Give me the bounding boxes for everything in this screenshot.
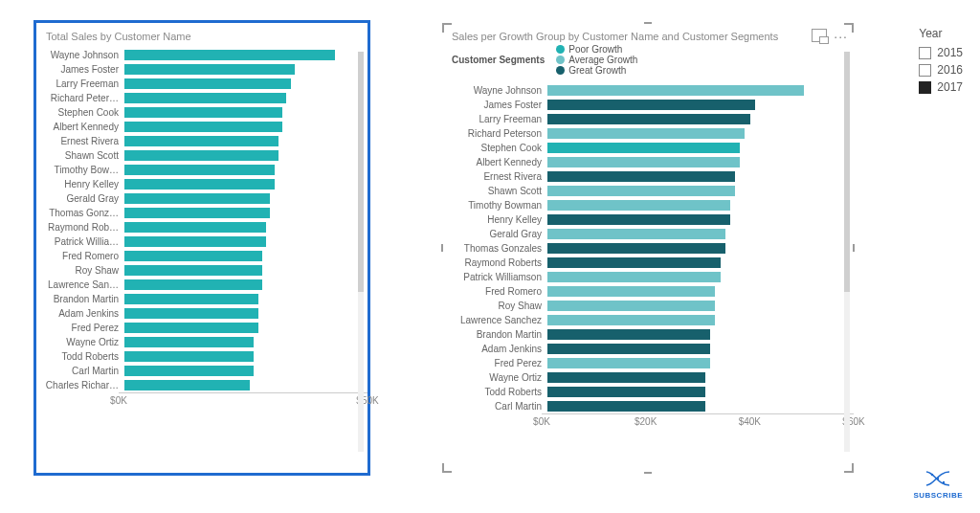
legend-label: Average Growth — [568, 55, 637, 65]
bar-row[interactable]: Thomas Gonzales — [442, 241, 854, 256]
bar-label: Timothy Bowman — [442, 200, 547, 211]
bar-label: Shawn Scott — [36, 150, 124, 161]
legend-item[interactable]: Average Growth — [556, 55, 637, 65]
legend-swatch — [556, 45, 565, 54]
chart-title: Total Sales by Customer Name — [36, 23, 368, 44]
bar-row[interactable]: Fred Romero — [442, 284, 854, 299]
bar-label: Stephen Cook — [36, 107, 124, 118]
bar-row[interactable]: Carl Martin — [36, 364, 368, 378]
bar-label: Fred Perez — [36, 323, 124, 333]
bar-row[interactable]: Fred Perez — [442, 356, 854, 370]
bar-label: Brandon Martin — [36, 294, 124, 304]
bar-row[interactable]: Brandon Martin — [442, 327, 854, 342]
slicer-option[interactable]: 2015 — [919, 44, 963, 61]
bar — [547, 286, 715, 297]
bar — [124, 222, 266, 233]
bar-row[interactable]: Carl Martin — [442, 399, 854, 413]
bar-row[interactable]: Lawrence San… — [36, 278, 368, 292]
svg-point-1 — [937, 478, 939, 480]
bar-row[interactable]: Fred Romero — [36, 249, 368, 263]
bar-row[interactable]: Stephen Cook — [36, 105, 368, 120]
bar — [124, 64, 295, 75]
bar-row[interactable]: Wayne Johnson — [36, 48, 368, 62]
bar-label: Fred Perez — [442, 358, 547, 368]
bar — [547, 171, 735, 182]
bar — [547, 229, 725, 239]
bar-row[interactable]: Wayne Johnson — [442, 83, 854, 98]
bar — [547, 143, 740, 153]
bar-label: Gerald Gray — [442, 229, 547, 239]
bar-row[interactable]: Adam Jenkins — [442, 342, 854, 356]
bar-label: Raymond Rob… — [36, 222, 124, 233]
bar-label: James Foster — [36, 64, 124, 75]
chart-sales-per-growth-group[interactable]: Sales per Growth Group by Customer Name … — [442, 23, 854, 473]
bar — [547, 85, 804, 96]
bar-label: Fred Romero — [36, 251, 124, 261]
bar-row[interactable]: Richard Peter… — [36, 91, 368, 105]
bar-row[interactable]: Brandon Martin — [36, 292, 368, 306]
bar-row[interactable]: Patrick Williamson — [442, 270, 854, 284]
bar-row[interactable]: Shawn Scott — [442, 184, 854, 198]
slicer-option-label: 2016 — [937, 61, 963, 78]
bar-row[interactable]: Ernest Rivera — [442, 169, 854, 184]
bar-row[interactable]: Thomas Gonz… — [36, 206, 368, 220]
bar-row[interactable]: Todd Roberts — [36, 349, 368, 364]
bar-row[interactable]: Gerald Gray — [36, 191, 368, 206]
bar — [124, 337, 254, 347]
bar-label: Shawn Scott — [442, 186, 547, 196]
focus-mode-icon[interactable] — [812, 29, 827, 42]
slicer-option-label: 2015 — [937, 44, 963, 61]
bar — [124, 323, 258, 333]
legend-label: Poor Growth — [568, 44, 622, 55]
bar-row[interactable]: Larry Freeman — [442, 112, 854, 126]
chart-total-sales[interactable]: Total Sales by Customer Name Wayne Johns… — [36, 23, 368, 473]
bar — [547, 114, 750, 124]
bar-row[interactable]: Henry Kelley — [442, 212, 854, 227]
subscribe-badge[interactable]: SUBSCRIBE — [913, 470, 963, 500]
bar-row[interactable]: Lawrence Sanchez — [442, 313, 854, 327]
bar-label: Carl Martin — [36, 366, 124, 376]
bar-row[interactable]: Henry Kelley — [36, 177, 368, 191]
bar-label: James Foster — [442, 100, 547, 110]
bar — [124, 165, 275, 175]
bar-row[interactable]: Charles Richar… — [36, 378, 368, 392]
bar-row[interactable]: Stephen Cook — [442, 141, 854, 155]
year-slicer[interactable]: Year 201520162017 — [919, 27, 963, 96]
bar-row[interactable]: Richard Peterson — [442, 126, 854, 141]
slicer-option[interactable]: 2017 — [919, 78, 963, 96]
scrollbar[interactable] — [844, 52, 850, 452]
bar-label: Wayne Ortiz — [36, 337, 124, 347]
scrollbar[interactable] — [358, 52, 364, 452]
bar — [124, 294, 258, 304]
bar-row[interactable]: Patrick Willia… — [36, 234, 368, 249]
bar-row[interactable]: Wayne Ortiz — [36, 335, 368, 349]
bar — [124, 265, 262, 276]
bar-label: Wayne Johnson — [36, 50, 124, 60]
bar-row[interactable]: Raymond Rob… — [36, 220, 368, 234]
bar-row[interactable]: James Foster — [442, 98, 854, 112]
bar-label: Wayne Johnson — [442, 85, 547, 96]
bar-row[interactable]: Ernest Rivera — [36, 134, 368, 148]
bar-row[interactable]: Shawn Scott — [36, 148, 368, 163]
bar-row[interactable]: Raymond Roberts — [442, 256, 854, 270]
bar-row[interactable]: Albert Kennedy — [36, 120, 368, 134]
bar — [124, 122, 282, 132]
bar — [547, 401, 705, 412]
bar-row[interactable]: Fred Perez — [36, 321, 368, 335]
bar-label: Thomas Gonz… — [36, 208, 124, 218]
legend-item[interactable]: Great Growth — [556, 65, 637, 76]
bar-row[interactable]: Timothy Bowman — [442, 198, 854, 212]
bar-row[interactable]: Larry Freeman — [36, 77, 368, 91]
slicer-option[interactable]: 2016 — [919, 61, 963, 78]
x-tick: $20K — [635, 416, 657, 427]
bar-row[interactable]: Adam Jenkins — [36, 306, 368, 321]
bar-row[interactable]: Albert Kennedy — [442, 155, 854, 169]
bar-row[interactable]: Todd Roberts — [442, 385, 854, 399]
bar-row[interactable]: Roy Shaw — [36, 263, 368, 278]
legend-item[interactable]: Poor Growth — [556, 44, 637, 55]
bar-row[interactable]: Gerald Gray — [442, 227, 854, 241]
bar-row[interactable]: Wayne Ortiz — [442, 370, 854, 385]
bar-row[interactable]: Timothy Bow… — [36, 163, 368, 177]
bar-row[interactable]: James Foster — [36, 62, 368, 77]
bar-row[interactable]: Roy Shaw — [442, 299, 854, 313]
